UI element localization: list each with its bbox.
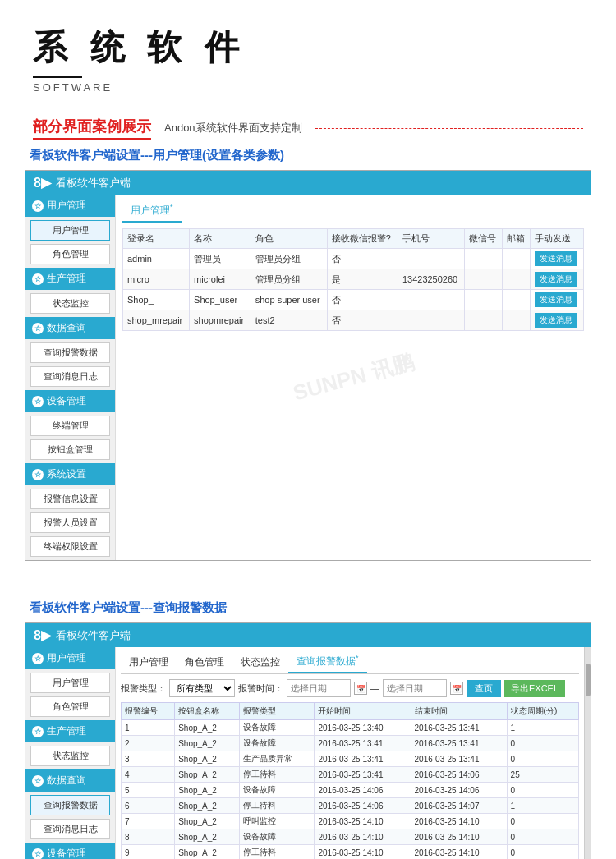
d2-sidebar-group-header-data: ☆ 数据查询: [25, 769, 115, 792]
scroll-bar[interactable]: [584, 647, 591, 859]
demo2-section: 看板软件客户端设置---查询报警数据 8▶ 看板软件客户端 ☆ 用户管理 用户管…: [0, 600, 616, 859]
section-header: 部分界面案例展示 Andon系统软件界面支持定制: [0, 102, 616, 148]
d2-sidebar-group-device: ☆ 设备管理 终端管理 按钮盒管理: [25, 843, 115, 859]
send-msg-cell: 发送消息: [530, 249, 583, 269]
demo2-tab-bar: 用户管理 角色管理 状态监控 查询报警数据*: [121, 650, 579, 674]
demo1-label-main: 看板软件客户端设置---: [30, 148, 153, 162]
sidebar-btn-query-alert[interactable]: 查询报警数据: [30, 342, 110, 363]
sidebar-group-header-sys: ☆ 系统设置: [25, 463, 115, 485]
sidebar-btn-terminal-auth[interactable]: 终端权限设置: [30, 536, 110, 557]
d2-btn-query-alert[interactable]: 查询报警数据: [30, 795, 110, 815]
section-title: 部分界面案例展示: [33, 117, 151, 140]
table-cell: 管理员: [190, 249, 251, 269]
demo1-window: 8▶ 看板软件客户端 ☆ 用户管理 用户管理 角色管理 ☆ 生产管理: [25, 170, 591, 561]
d2-btn-role-mgmt[interactable]: 角色管理: [30, 696, 110, 717]
time-to-input[interactable]: [383, 679, 447, 697]
sidebar-circle-icon2: ☆: [32, 273, 44, 285]
sidebar-btn-user-mgmt[interactable]: 用户管理: [30, 220, 110, 241]
table-cell: [464, 290, 502, 310]
user-table-header-row: 登录名 名称 角色 接收微信报警? 手机号 微信号 邮箱 手动发送: [123, 229, 584, 249]
time-separator: —: [370, 683, 379, 693]
d2-sidebar-group-data: ☆ 数据查询 查询报警数据 查询消息日志: [25, 769, 115, 839]
demo1-label-link: 用户管理: [153, 148, 202, 162]
send-msg-button[interactable]: 发送消息: [535, 313, 577, 328]
table-row: 5Shop_A_2设备故障2016-03-25 14:062016-03-25 …: [122, 783, 579, 798]
d2-btn-status[interactable]: 状态监控: [30, 746, 110, 766]
demo1-label: 看板软件客户端设置---用户管理(设置各类参数): [25, 148, 591, 163]
alert-cell: 设备故障: [239, 783, 315, 798]
col-manual-send: 手动发送: [530, 229, 583, 249]
d2-sidebar-group-user: ☆ 用户管理 用户管理 角色管理: [25, 647, 115, 717]
alert-cell: 2016-03-25 14:06: [315, 798, 411, 814]
alert-cell: 停工待料: [239, 845, 315, 860]
scroll-thumb[interactable]: [586, 664, 591, 696]
table-cell: shop_mrepair: [123, 310, 190, 331]
demo2-body: ☆ 用户管理 用户管理 角色管理 ☆ 生产管理 状态监控 ☆: [25, 647, 591, 859]
table-row: micromicrolei管理员分组是13423250260发送消息: [123, 269, 584, 290]
excel-export-button[interactable]: 导出EXCEL: [504, 680, 565, 697]
tab-d2-user[interactable]: 用户管理: [121, 652, 177, 673]
alert-cell: 0: [507, 736, 578, 751]
demo2-window: 8▶ 看板软件客户端 ☆ 用户管理 用户管理 角色管理 ☆ 生产管理: [25, 622, 591, 859]
calendar-from-icon[interactable]: 📅: [354, 682, 367, 695]
table-cell: 否: [327, 310, 398, 331]
d2-btn-query-msg[interactable]: 查询消息日志: [30, 819, 110, 839]
sidebar-group-header-device: ☆ 设备管理: [25, 390, 115, 412]
alert-cell: 停工待料: [239, 798, 315, 814]
sidebar-btn-query-msg[interactable]: 查询消息日志: [30, 366, 110, 387]
sidebar-btn-role-mgmt[interactable]: 角色管理: [30, 244, 110, 264]
d2-circle-icon4: ☆: [32, 848, 44, 860]
table-row: 3Shop_A_2生产品质异常2016-03-25 13:412016-03-2…: [122, 751, 579, 767]
d2-btn-user-mgmt[interactable]: 用户管理: [30, 673, 110, 693]
sidebar-btn-button-box[interactable]: 按钮盒管理: [30, 439, 110, 460]
alert-cell: Shop_A_2: [175, 814, 240, 829]
alert-cell: 2016-03-25 14:10: [411, 845, 507, 860]
time-from-input[interactable]: [287, 679, 351, 697]
demo1-titlebar: 8▶ 看板软件客户端: [25, 171, 591, 195]
send-msg-button[interactable]: 发送消息: [535, 251, 577, 266]
alert-cell: 2016-03-25 13:41: [315, 767, 411, 783]
sidebar-btn-alert-person[interactable]: 报警人员设置: [30, 512, 110, 533]
title-underline: [33, 76, 82, 78]
alert-cell: Shop_A_2: [175, 767, 240, 783]
table-row: Shop_Shop_usershop super user否发送消息: [123, 290, 584, 310]
alert-cell: Shop_A_2: [175, 720, 240, 736]
sidebar-btn-terminal[interactable]: 终端管理: [30, 416, 110, 436]
demo2-sidebar: ☆ 用户管理 用户管理 角色管理 ☆ 生产管理 状态监控 ☆: [25, 647, 116, 859]
sidebar-btn-status[interactable]: 状态监控: [30, 293, 110, 314]
tab-user-mgmt[interactable]: 用户管理*: [122, 200, 182, 223]
send-msg-button[interactable]: 发送消息: [535, 272, 577, 287]
alert-cell: 7: [122, 814, 175, 829]
alert-table-head: 报警编号 按钮盒名称 报警类型 开始时间 结束时间 状态周期(分): [122, 703, 579, 720]
table-cell: [464, 269, 502, 290]
table-cell: 是: [327, 269, 398, 290]
send-msg-button[interactable]: 发送消息: [535, 292, 577, 307]
tab-d2-status[interactable]: 状态监控: [232, 652, 288, 673]
sidebar-btn-alert-info[interactable]: 报警信息设置: [30, 489, 110, 509]
table-cell: [464, 310, 502, 331]
alert-cell: 0: [507, 829, 578, 845]
time-label: 报警时间：: [238, 682, 283, 695]
table-cell: [398, 290, 464, 310]
table-row: 2Shop_A_2设备故障2016-03-25 13:412016-03-25 …: [122, 736, 579, 751]
tab-d2-alert[interactable]: 查询报警数据*: [288, 650, 367, 673]
table-cell: 否: [327, 290, 398, 310]
calendar-to-icon[interactable]: 📅: [450, 682, 463, 695]
tab-d2-role[interactable]: 角色管理: [177, 652, 232, 673]
alert-cell: 3: [122, 751, 175, 767]
sidebar-circle-icon5: ☆: [32, 469, 44, 480]
user-table-body: admin管理员管理员分组否发送消息micromicrolei管理员分组是134…: [123, 249, 584, 331]
d2-sidebar-group-header-prod: ☆ 生产管理: [25, 720, 115, 742]
alert-cell: 2016-03-25 14:06: [315, 783, 411, 798]
col-wechat: 微信号: [464, 229, 502, 249]
type-select[interactable]: 所有类型: [169, 679, 235, 697]
col-wechat-alert: 接收微信报警?: [327, 229, 398, 249]
sidebar-group-label-user: 用户管理: [47, 199, 86, 213]
sidebar-circle-icon4: ☆: [32, 396, 44, 407]
table-cell: micro: [123, 269, 190, 290]
query-button[interactable]: 查页: [467, 680, 501, 697]
demo1-titlebar-text: 看板软件客户端: [56, 176, 131, 191]
alert-cell: Shop_A_2: [175, 798, 240, 814]
table-row: 8Shop_A_2设备故障2016-03-25 14:102016-03-25 …: [122, 829, 579, 845]
col-button-box: 按钮盒名称: [175, 703, 240, 720]
